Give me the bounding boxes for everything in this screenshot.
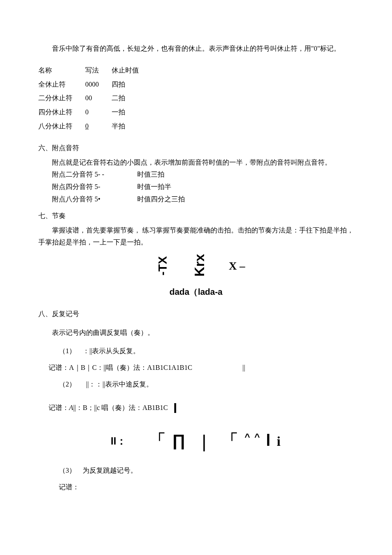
item-2-label: （2） bbox=[59, 381, 76, 388]
list-item: 附点四分音符 5- 时值一拍半 bbox=[52, 181, 354, 193]
dotted-note-value: 时值一拍半 bbox=[137, 181, 354, 193]
header-name: 名称 bbox=[38, 64, 85, 78]
rhythm-symbol-1: -TX bbox=[152, 256, 173, 276]
cell-duration: 半拍 bbox=[112, 119, 152, 134]
section-8-title: 八、反复记号 bbox=[38, 308, 354, 320]
repeat-symbols-diagram: II： 「 ∏ ｜ 「 ^ ^ l i bbox=[38, 426, 354, 456]
rest-table: 名称 写法 休止时值 全休止符 0000 四拍 二分休止符 00 二拍 四分休止… bbox=[38, 64, 152, 134]
cell-notation: 00 bbox=[85, 91, 112, 105]
cell-name: 八分休止符 bbox=[38, 119, 85, 134]
table-row: 四分休止符 0 一拍 bbox=[38, 105, 152, 119]
repeat-item-2: （2） ||：：||表示中途反复。 bbox=[59, 378, 354, 391]
item-1-notation: 记谱：A｜B｜C：||唱（奏）法：A1B1C1A1B1C || bbox=[49, 362, 354, 374]
section-6-body: 附点就是记在音符右边的小圆点，表示增加前面音符时值的一半，带附点的音符叫附点音符… bbox=[38, 157, 354, 169]
section-6-title: 六、附点音符 bbox=[38, 142, 354, 154]
section-7-title: 七、节奏 bbox=[38, 210, 354, 222]
cell-name: 二分休止符 bbox=[38, 91, 85, 105]
rhythm-symbol-2: Krx bbox=[187, 254, 212, 276]
cell-duration: 四拍 bbox=[112, 78, 152, 92]
cell-duration: 二拍 bbox=[112, 91, 152, 105]
item-3-label: （3） bbox=[59, 467, 76, 474]
rhythm-diagram: -TX Krx X – dada（lada-a bbox=[38, 253, 354, 299]
section-8-intro: 表示记号内的曲调反复唱（奏）。 bbox=[38, 327, 354, 339]
rhythm-symbol-3: X – bbox=[229, 260, 245, 272]
cell-notation: 0 bbox=[85, 119, 112, 134]
dotted-note-name: 附点四分音符 5- bbox=[52, 181, 137, 193]
table-header-row: 名称 写法 休止时值 bbox=[38, 64, 152, 78]
table-row: 全休止符 0000 四拍 bbox=[38, 78, 152, 92]
list-item: 附点二分音符 5- - 时值三拍 bbox=[52, 169, 354, 181]
dada-text: dada（lada-a bbox=[38, 284, 354, 299]
dotted-note-name: 附点二分音符 5- - bbox=[52, 169, 137, 181]
table-row: 八分休止符 0 半拍 bbox=[38, 119, 152, 134]
dotted-note-value: 时值三拍 bbox=[137, 169, 354, 181]
list-item: 附点八分音符 5• 时值四分之三拍 bbox=[52, 193, 354, 206]
dotted-note-list: 附点二分音符 5- - 时值三拍 附点四分音符 5- 时值一拍半 附点八分音符 … bbox=[52, 169, 354, 205]
item-1-label: （1） bbox=[59, 347, 76, 355]
cell-notation: 0 bbox=[85, 105, 112, 119]
item-1-text: ：||表示从头反复。 bbox=[83, 347, 140, 355]
repeat-item-3: （3） 为反复跳越记号。 bbox=[59, 465, 354, 477]
item-3-text: 为反复跳越记号。 bbox=[83, 467, 137, 474]
item-2-text: ||：：||表示中途反复。 bbox=[86, 381, 153, 388]
dotted-note-value: 时值四分之三拍 bbox=[137, 193, 354, 206]
intro-paragraph: 音乐中除了有音的高低，长短之外，也有音的休止。表示声音休止的符号叫休止符，用"0… bbox=[38, 43, 354, 55]
section-7-body: 掌握读谱，首先要掌握节奏， 练习掌握节奏要能准确的击拍。击拍的节奏方法是：手往下… bbox=[38, 224, 354, 249]
repeat-item-1: （1） ：||表示从头反复。 bbox=[59, 345, 354, 357]
header-notation: 写法 bbox=[85, 64, 112, 78]
repeat-left-symbol: II： bbox=[111, 435, 127, 447]
cell-duration: 一拍 bbox=[112, 105, 152, 119]
cell-name: 四分休止符 bbox=[38, 105, 85, 119]
dotted-note-name: 附点八分音符 5• bbox=[52, 193, 137, 206]
repeat-right-symbol: 「 ∏ ｜ 「 ^ ^ l i bbox=[150, 431, 281, 449]
bar-icon: l bbox=[170, 401, 177, 415]
table-row: 二分休止符 00 二拍 bbox=[38, 91, 152, 105]
item-2-notation: 记谱：A||：B；||c 唱（奏）法：AB1B1C l bbox=[49, 401, 354, 415]
item-3-notation: 记谱： bbox=[59, 481, 354, 494]
cell-name: 全休止符 bbox=[38, 78, 85, 92]
header-duration: 休止时值 bbox=[112, 64, 152, 78]
cell-notation: 0000 bbox=[85, 78, 112, 92]
